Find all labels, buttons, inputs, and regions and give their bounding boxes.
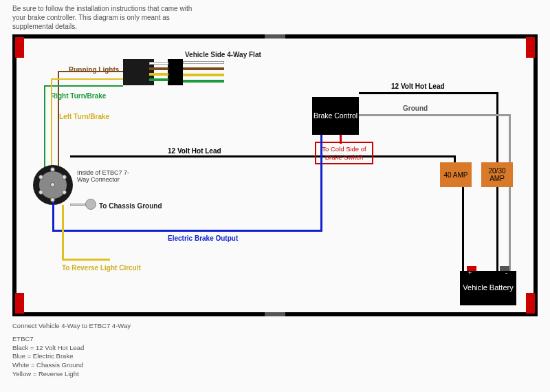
fuse-40amp: 40 AMP <box>440 162 472 187</box>
electric-brake-label: Electric Brake Output <box>168 235 238 242</box>
wire-reverse-h <box>62 259 110 261</box>
wire-ground-v <box>509 114 511 271</box>
legend-yellow: Yellow = Reverse Light <box>12 370 131 379</box>
wire-running-lights <box>58 71 123 72</box>
brake-control-box: Brake Control <box>312 97 359 135</box>
hot-lead-top-label: 12 Volt Hot Lead <box>391 83 445 90</box>
fuse-2030amp: 20/30 AMP <box>481 162 513 187</box>
legend-white: White = Chassis Ground <box>12 361 131 370</box>
running-lights-label: Running Lights <box>69 66 119 74</box>
legend-name: ETBC7 <box>12 335 131 344</box>
legend-title: Connect Vehicle 4-Way to ETBC7 4-Way <box>12 322 131 331</box>
right-turn-label: Right Turn/Brake <box>51 92 106 100</box>
battery-label: Vehicle Battery <box>463 283 513 292</box>
frame-mid-marker <box>265 312 285 316</box>
corner-marker <box>526 37 535 58</box>
wire-hot-lead-mid <box>70 155 455 157</box>
wire-reverse-v <box>62 205 64 260</box>
wire-40amp-down <box>462 187 464 273</box>
seven-way-connector <box>33 165 73 205</box>
left-turn-label: Left Turn/Brake <box>59 113 109 120</box>
wire-2030-down <box>496 187 498 273</box>
chassis-ground-lug <box>85 199 96 210</box>
vehicle-frame: Vehicle Side 4-Way Flat Running Lights R… <box>12 34 538 316</box>
legend-block: Connect Vehicle 4-Way to ETBC7 4-Way ETB… <box>12 322 131 379</box>
frame-mid-marker <box>265 34 285 39</box>
battery-negative <box>500 266 509 271</box>
wire-brake-blue-up <box>52 202 54 232</box>
reverse-light-label: To Reverse Light Circuit <box>62 264 141 272</box>
legend-blue: Blue = Electric Brake <box>12 352 131 361</box>
chassis-ground-label: To Chassis Ground <box>99 202 162 210</box>
four-way-mate <box>168 59 183 85</box>
wire-hot-lead-top <box>359 92 496 94</box>
wire-brake-blue-v <box>320 135 322 231</box>
top-instruction-note: Be sure to follow the installation instr… <box>12 4 205 31</box>
corner-marker <box>526 293 535 314</box>
connector-inside-label: Inside of ETBC7 7-Way Connector <box>77 169 132 183</box>
wire-brake-blue-h <box>52 230 322 232</box>
corner-marker <box>15 293 24 314</box>
wire-hot-lead-top-v <box>496 92 498 164</box>
cold-side-box: To Cold Side of Brake Switch <box>315 142 373 164</box>
wire-right-turn <box>44 85 123 87</box>
wire-left-turn <box>51 78 123 80</box>
vehicle-battery: Vehicle Battery + - <box>460 271 516 305</box>
corner-marker <box>15 37 24 58</box>
legend-black: Black = 12 Volt Hot Lead <box>12 344 131 353</box>
vehicle-4way-label: Vehicle Side 4-Way Flat <box>185 51 261 58</box>
hot-lead-mid-label: 12 Volt Hot Lead <box>168 147 221 155</box>
four-way-wires <box>183 61 224 86</box>
wire-ground <box>359 114 510 116</box>
ground-label: Ground <box>403 105 428 112</box>
wire-right-turn-v <box>44 85 45 175</box>
